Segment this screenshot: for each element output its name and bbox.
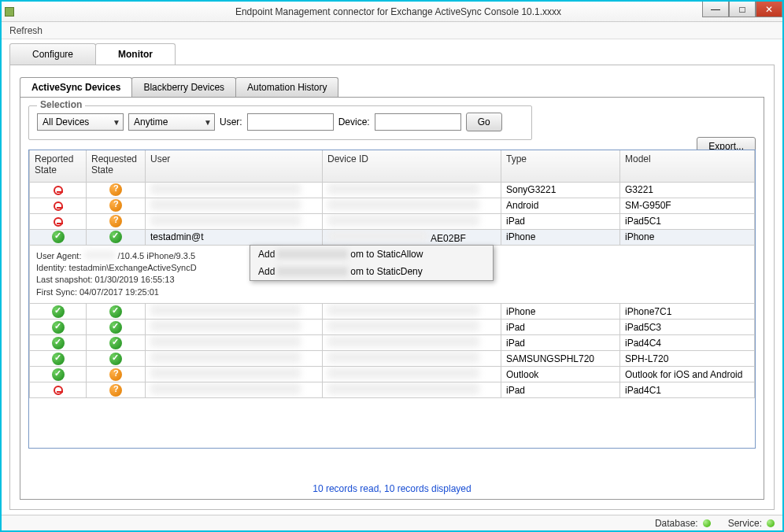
allow-icon — [52, 231, 65, 243]
device-table-wrap: Reported State Requested State User Devi… — [28, 150, 756, 449]
device-filter-value: All Devices — [43, 116, 89, 127]
cell-user — [146, 335, 323, 351]
allow-icon — [109, 321, 122, 334]
quest-icon — [109, 199, 122, 212]
quest-icon — [109, 384, 122, 397]
cell-type: SonyG3221 — [501, 182, 620, 198]
cell-deviceid — [323, 320, 501, 335]
time-filter-combo[interactable]: Anytime ▼ — [128, 113, 215, 131]
table-row[interactable]: iPadiPad4C1 — [30, 382, 755, 398]
col-type[interactable]: Type — [501, 150, 620, 182]
device-filter-combo[interactable]: All Devices ▼ — [37, 113, 124, 131]
subtab-blackberry[interactable]: Blackberry Devices — [131, 77, 236, 97]
col-model[interactable]: Model — [620, 150, 755, 182]
table-row[interactable]: iPadiPad5C1 — [30, 213, 755, 229]
cell-user — [146, 213, 323, 229]
col-device-id[interactable]: Device ID — [323, 150, 501, 182]
allow-icon — [52, 337, 65, 349]
deny-icon — [54, 217, 63, 227]
ctx-add-staticdeny[interactable]: Add om to StaticDeny — [250, 263, 493, 280]
close-button[interactable]: ✕ — [756, 2, 782, 17]
allow-icon — [52, 353, 65, 365]
cell-model: iPhone7C1 — [620, 304, 755, 320]
cell-user — [146, 367, 323, 382]
cell-type: Outlook — [501, 367, 620, 382]
allow-icon — [52, 368, 65, 381]
ctx-add-staticallow[interactable]: Add om to StaticAllow — [250, 246, 493, 263]
tab-configure[interactable]: Configure — [9, 43, 96, 65]
cell-model: iPad5C1 — [620, 213, 755, 229]
user-input[interactable] — [247, 113, 334, 131]
cell-deviceid — [323, 367, 501, 382]
cell-type: iPad — [501, 382, 620, 398]
cell-deviceid — [323, 198, 501, 213]
device-input[interactable] — [375, 113, 461, 131]
chevron-down-icon: ▼ — [202, 118, 214, 127]
titlebar: Endpoint Management connector for Exchan… — [2, 2, 782, 22]
cell-deviceid: AE02BF — [323, 229, 501, 245]
primary-tabs: Configure Monitor — [2, 39, 782, 65]
cell-user — [146, 382, 323, 398]
cell-user: testadmin@t — [146, 229, 323, 245]
device-label: Device: — [338, 116, 370, 127]
table-row[interactable]: iPadiPad5C3 — [30, 320, 755, 335]
context-menu: Add om to StaticAllow Add om to StaticDe… — [250, 245, 494, 281]
statusbar: Database: Service: — [2, 515, 782, 530]
cell-deviceid — [323, 382, 501, 398]
cell-deviceid — [323, 335, 501, 351]
cell-model: SM-G950F — [620, 198, 755, 213]
cell-type: iPhone — [501, 304, 620, 320]
cell-deviceid — [323, 213, 501, 229]
status-service-label: Service: — [728, 518, 762, 529]
chevron-down-icon: ▼ — [110, 118, 123, 127]
cell-user — [146, 198, 323, 213]
menubar: Refresh — [2, 22, 782, 39]
app-window: Endpoint Management connector for Exchan… — [0, 0, 784, 532]
go-button[interactable]: Go — [466, 113, 502, 131]
menu-refresh[interactable]: Refresh — [9, 25, 43, 36]
database-status-icon — [703, 519, 711, 527]
tab-monitor[interactable]: Monitor — [95, 43, 176, 65]
col-reported-state[interactable]: Reported State — [30, 150, 87, 182]
cell-deviceid — [323, 351, 501, 367]
table-row[interactable]: testadmin@t AE02BFiPhoneiPhone — [30, 229, 755, 245]
selection-legend: Selection — [37, 99, 85, 110]
cell-user — [146, 182, 323, 198]
deny-icon — [54, 186, 63, 195]
table-row[interactable]: SAMSUNGSPHL720SPH-L720 — [30, 351, 755, 367]
table-row[interactable]: iPhoneiPhone7C1 — [30, 304, 755, 320]
cell-model: iPad4C4 — [620, 335, 755, 351]
redacted-text — [277, 267, 348, 276]
table-row[interactable]: AndroidSM-G950F — [30, 198, 755, 213]
minimize-button[interactable]: — — [702, 2, 729, 17]
allow-icon — [109, 231, 122, 243]
deny-icon — [54, 386, 63, 395]
allow-icon — [109, 353, 122, 365]
cell-model: iPad5C3 — [620, 320, 755, 335]
app-icon — [5, 7, 14, 17]
cell-model: iPhone — [620, 229, 755, 245]
col-requested-state[interactable]: Requested State — [87, 150, 146, 182]
maximize-button[interactable]: □ — [729, 2, 756, 17]
cell-user — [146, 304, 323, 320]
allow-icon — [109, 337, 122, 349]
cell-type: iPhone — [501, 229, 620, 245]
cell-user — [146, 320, 323, 335]
col-user[interactable]: User — [146, 150, 323, 182]
table-row[interactable]: SonyG3221G3221 — [30, 182, 755, 198]
subtab-activesync[interactable]: ActiveSync Devices — [20, 77, 132, 97]
cell-deviceid — [323, 182, 501, 198]
cell-model: SPH-L720 — [620, 351, 755, 367]
cell-deviceid — [323, 304, 501, 320]
redacted-text — [277, 249, 348, 259]
sub-tabs: ActiveSync Devices Blackberry Devices Au… — [20, 75, 764, 97]
cell-type: iPad — [501, 213, 620, 229]
subtab-automation[interactable]: Automation History — [235, 77, 338, 97]
table-row[interactable]: iPadiPad4C4 — [30, 335, 755, 351]
cell-model: iPad4C1 — [620, 382, 755, 398]
records-footer: 10 records read, 10 records displayed — [20, 478, 764, 494]
quest-icon — [109, 368, 122, 381]
user-label: User: — [220, 116, 242, 127]
table-row[interactable]: OutlookOutlook for iOS and Android — [30, 367, 755, 382]
quest-icon — [109, 215, 122, 227]
